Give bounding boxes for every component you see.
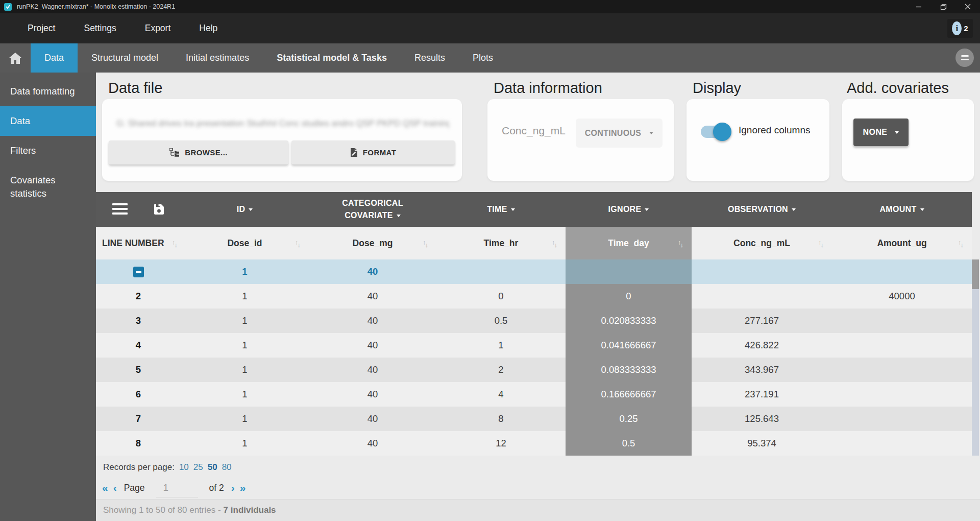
comments-button[interactable]	[955, 49, 974, 67]
records-option-50[interactable]: 50	[208, 462, 217, 472]
table-cell	[832, 431, 972, 456]
table-cell: 40	[309, 259, 436, 284]
scrollbar-thumb[interactable]	[972, 259, 979, 289]
column-header[interactable]: Time_day↑↓	[566, 227, 692, 259]
minimize-button[interactable]	[906, 0, 931, 13]
previous-page-button[interactable]: ‹	[113, 482, 117, 494]
table-row[interactable]: 140	[96, 259, 972, 284]
table-cell: 343.967	[692, 358, 832, 382]
column-header-label: Conc_ng_mL	[733, 238, 790, 249]
column-header-label: Dose_mg	[353, 238, 393, 249]
column-type-dropdown[interactable]: IGNORE	[566, 192, 692, 227]
tab-structural-model[interactable]: Structural model	[78, 43, 172, 73]
browse-button[interactable]: BROWSE...	[109, 140, 288, 164]
page-number-input[interactable]	[156, 478, 198, 498]
add-covariates-dropdown[interactable]: NONE	[853, 119, 909, 146]
table-cell	[96, 259, 181, 284]
table-row[interactable]: 714080.25125.643	[96, 407, 972, 431]
column-header-label: Amount_ug	[877, 238, 926, 249]
format-button[interactable]: FORMAT	[291, 140, 455, 164]
column-header[interactable]: Time_hr↑↓	[436, 227, 566, 259]
column-header[interactable]: LINE NUMBER↑↓	[96, 227, 181, 259]
sort-icon[interactable]: ↑↓	[818, 240, 824, 247]
chevron-down-icon	[792, 208, 796, 211]
last-page-button[interactable]: »	[240, 482, 246, 494]
table-row[interactable]: 514020.083333333343.967	[96, 358, 972, 382]
menu-export[interactable]: Export	[131, 23, 185, 34]
table-cell	[566, 259, 692, 284]
table-row[interactable]: 614040.166666667237.191	[96, 382, 972, 407]
menu-help[interactable]: Help	[185, 23, 232, 34]
table-row[interactable]: 21400040000	[96, 284, 972, 309]
column-type-dropdown[interactable]: AMOUNT	[832, 192, 972, 227]
tab-statistical-model-tasks[interactable]: Statistical model & Tasks	[263, 43, 401, 73]
table-row[interactable]: 8140120.595.374	[96, 431, 972, 456]
table-cell: 0.25	[566, 407, 692, 431]
column-header[interactable]: Amount_ug↑↓	[832, 227, 972, 259]
sidebar-item-data-formatting[interactable]: Data formatting	[0, 77, 96, 106]
table-cell: 12	[436, 431, 566, 456]
table-cell: 0.166666667	[566, 382, 692, 407]
column-header[interactable]: Conc_ng_mL↑↓	[692, 227, 832, 259]
next-page-button[interactable]: ›	[231, 482, 235, 494]
chevron-down-icon	[511, 208, 515, 211]
table-row[interactable]: 414010.041666667426.822	[96, 333, 972, 358]
data-table-body: 1402140004000031400.50.020833333277.1674…	[96, 259, 972, 456]
column-type-dropdown[interactable]: TIME	[436, 192, 566, 227]
menu-project[interactable]: Project	[13, 23, 69, 34]
table-cell: 5	[96, 358, 181, 382]
tab-results[interactable]: Results	[401, 43, 459, 73]
column-type-label: IGNORE	[608, 203, 649, 216]
table-cell: 125.643	[692, 407, 832, 431]
tab-initial-estimates[interactable]: Initial estimates	[172, 43, 263, 73]
main-content: Data file G: Shared drives tra presentat…	[96, 73, 980, 521]
ignored-columns-toggle[interactable]	[701, 126, 729, 138]
sidebar-item-covariates-statistics[interactable]: Covariates statistics	[0, 165, 96, 208]
sidebar-item-data[interactable]: Data	[0, 106, 96, 136]
home-button[interactable]	[0, 43, 31, 73]
table-cell: 1	[181, 259, 309, 284]
column-type-dropdown[interactable]: OBSERVATION	[692, 192, 832, 227]
table-cell	[436, 259, 566, 284]
table-menu-button[interactable]	[112, 203, 128, 215]
records-option-25[interactable]: 25	[193, 462, 203, 472]
main-tab-bar: Data Structural model Initial estimates …	[0, 43, 980, 73]
table-cell: 4	[96, 333, 181, 358]
notifications-badge[interactable]: i 2	[947, 19, 973, 38]
sort-icon[interactable]: ↑↓	[552, 240, 557, 247]
chevron-down-icon	[920, 208, 924, 211]
data-file-title: Data file	[108, 80, 162, 97]
column-header-label: LINE NUMBER	[102, 238, 164, 249]
records-option-10[interactable]: 10	[179, 462, 189, 472]
restore-button[interactable]	[931, 0, 955, 13]
table-row[interactable]: 31400.50.020833333277.167	[96, 309, 972, 333]
table-cell: 0.5	[436, 309, 566, 333]
sort-icon[interactable]: ↑↓	[172, 240, 178, 247]
add-covariates-panel: NONE	[842, 99, 974, 181]
records-option-80[interactable]: 80	[222, 462, 232, 472]
notification-count: 2	[964, 24, 968, 33]
menu-settings[interactable]: Settings	[69, 23, 130, 34]
tab-plots[interactable]: Plots	[459, 43, 507, 73]
first-page-button[interactable]: «	[102, 482, 108, 494]
collapse-row-icon[interactable]	[133, 267, 144, 277]
sort-icon[interactable]: ↑↓	[295, 240, 301, 247]
table-cell: 40	[309, 407, 436, 431]
tab-data[interactable]: Data	[31, 43, 78, 73]
column-header[interactable]: Dose_id↑↓	[181, 227, 309, 259]
table-cell: 0	[436, 284, 566, 309]
sidebar-item-filters[interactable]: Filters	[0, 136, 96, 165]
info-icon: i	[952, 21, 962, 35]
vertical-scrollbar[interactable]	[972, 259, 979, 456]
column-header[interactable]: Dose_mg↑↓	[309, 227, 436, 259]
sort-icon[interactable]: ↑↓	[678, 240, 683, 247]
column-type-dropdown[interactable]: CATEGORICAL COVARIATE	[309, 192, 436, 227]
save-table-button[interactable]	[154, 204, 164, 217]
home-icon	[9, 53, 22, 64]
column-type-dropdown[interactable]: ID	[181, 192, 309, 227]
table-cell: 2	[96, 284, 181, 309]
sort-icon[interactable]: ↑↓	[423, 240, 428, 247]
sort-icon[interactable]: ↑↓	[958, 240, 964, 247]
close-button[interactable]	[955, 0, 980, 13]
observation-type-dropdown[interactable]: CONTINUOUS	[576, 119, 663, 148]
